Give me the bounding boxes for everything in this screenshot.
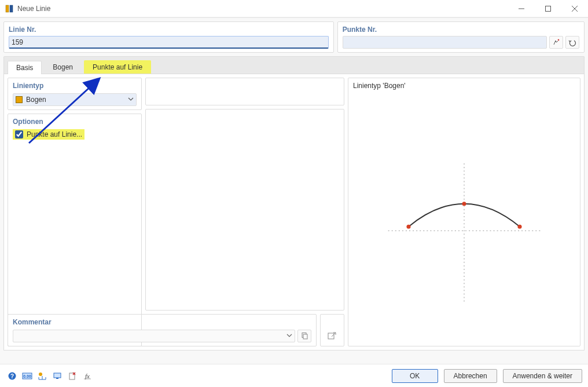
point-number-panel: Punkte Nr. <box>337 21 585 53</box>
link-panel <box>320 314 344 346</box>
app-icon <box>5 4 14 13</box>
punkte-auf-linie-checkbox-row[interactable]: Punkte auf Linie... <box>13 129 84 140</box>
undo-button[interactable] <box>565 36 579 49</box>
cancel-button-label: Abbrechen <box>454 372 487 380</box>
ok-button[interactable]: OK <box>392 369 438 383</box>
linientyp-select[interactable]: Bogen <box>13 93 137 106</box>
dialog-body: Linie Nr. Punkte Nr. <box>0 17 588 364</box>
chevron-down-icon <box>286 332 292 340</box>
svg-text:0.00: 0.00 <box>23 374 31 378</box>
svg-rect-5 <box>328 333 334 339</box>
apply-button[interactable]: Anwenden & weiter <box>503 369 582 383</box>
optionen-group: Optionen Punkte auf Linie... <box>8 114 142 346</box>
line-number-label: Linie Nr. <box>9 25 36 34</box>
svg-point-7 <box>462 202 466 206</box>
punkte-auf-linie-checkbox[interactable] <box>15 130 23 138</box>
arc-preview-svg <box>353 90 575 342</box>
point-number-label: Punkte Nr. <box>343 25 377 34</box>
ok-button-label: OK <box>410 372 420 380</box>
left-column: Linientyp Bogen Optionen Punkte auf Lini… <box>8 78 142 346</box>
minimize-button[interactable] <box>508 0 535 17</box>
svg-rect-1 <box>10 5 13 12</box>
tab-bogen-label: Bogen <box>53 63 73 71</box>
svg-point-6 <box>406 225 410 229</box>
tab-basis[interactable]: Basis <box>8 61 42 74</box>
comment-label: Kommentar <box>13 318 311 326</box>
middle-main-panel <box>145 109 344 311</box>
tab-basis-content: Linientyp Bogen Optionen Punkte auf Lini… <box>3 74 585 351</box>
tab-host: Basis Bogen Punkte auf Linie Linientyp B… <box>3 56 585 351</box>
svg-point-8 <box>517 225 521 229</box>
copy-comment-button[interactable] <box>297 330 311 342</box>
optionen-label: Optionen <box>13 118 137 126</box>
middle-upper-panel <box>145 78 344 105</box>
svg-rect-15 <box>54 373 61 378</box>
scale-icon[interactable] <box>36 370 49 382</box>
preview-title: Linientyp 'Bogen' <box>353 82 575 90</box>
point-number-input[interactable] <box>343 36 547 49</box>
tab-row: Basis Bogen Punkte auf Linie <box>3 56 585 74</box>
svg-rect-16 <box>56 378 58 379</box>
delete-sheet-icon[interactable] <box>66 370 79 382</box>
tab-punkte-label: Punkte auf Linie <box>93 63 142 71</box>
linientyp-value: Bogen <box>26 96 124 104</box>
help-icon[interactable]: ? <box>6 370 19 382</box>
svg-point-14 <box>39 373 42 376</box>
svg-text:?: ? <box>10 373 14 379</box>
svg-text:fx: fx <box>85 373 90 379</box>
titlebar: Neue Linie <box>0 0 588 17</box>
line-number-input[interactable] <box>9 36 329 49</box>
units-icon[interactable]: 0.00 <box>21 370 34 382</box>
comment-panel: Kommentar <box>8 314 317 346</box>
chevron-down-icon <box>128 96 134 104</box>
linientyp-group: Linientyp Bogen <box>8 78 142 110</box>
cancel-button[interactable]: Abbrechen <box>444 369 497 383</box>
line-number-panel: Linie Nr. <box>3 21 334 53</box>
display-icon[interactable] <box>51 370 64 382</box>
tab-basis-label: Basis <box>16 64 33 72</box>
punkte-auf-linie-checkbox-label: Punkte auf Linie... <box>27 130 82 138</box>
tab-punkte-auf-linie[interactable]: Punkte auf Linie <box>84 60 151 74</box>
comment-row: Kommentar <box>145 314 344 346</box>
pick-node-button[interactable] <box>549 36 563 49</box>
window-title: Neue Linie <box>17 5 508 13</box>
svg-rect-2 <box>546 6 551 11</box>
linientyp-label: Linientyp <box>13 82 137 90</box>
preview-panel: Linientyp 'Bogen' <box>348 78 580 346</box>
tab-bogen[interactable]: Bogen <box>44 60 82 74</box>
maximize-button[interactable] <box>535 0 561 17</box>
comment-input[interactable] <box>13 330 295 342</box>
close-button[interactable] <box>561 0 588 17</box>
footer: ? 0.00 fx OK Abbrechen Anwenden & weiter <box>0 364 588 387</box>
link-button[interactable] <box>325 330 339 342</box>
svg-rect-4 <box>303 334 307 339</box>
svg-rect-0 <box>6 5 9 12</box>
linientyp-swatch-icon <box>16 96 23 103</box>
apply-button-label: Anwenden & weiter <box>513 372 572 380</box>
preview-canvas <box>353 90 575 342</box>
fx-icon[interactable]: fx <box>81 370 94 382</box>
middle-column: Kommentar <box>145 78 344 346</box>
